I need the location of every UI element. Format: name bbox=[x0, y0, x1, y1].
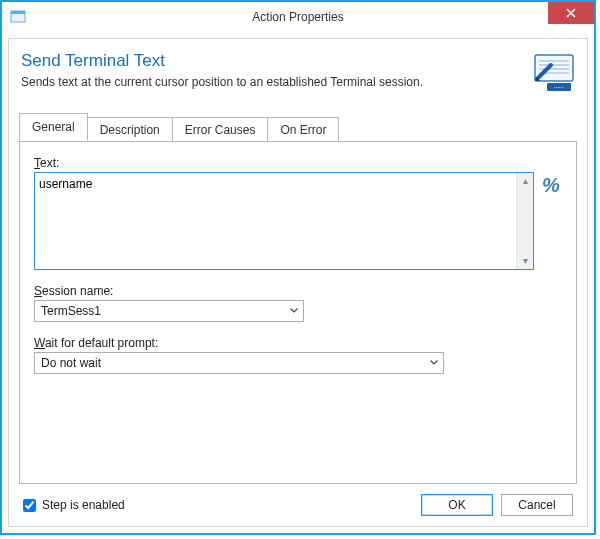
wait-prompt-value: Do not wait bbox=[35, 356, 425, 370]
window-title: Action Properties bbox=[2, 10, 594, 24]
session-name-label: Session name: bbox=[34, 284, 562, 298]
step-enabled-label: Step is enabled bbox=[42, 498, 125, 512]
dialog-window: Action Properties Send Terminal Text Sen… bbox=[0, 0, 596, 535]
ok-button[interactable]: OK bbox=[421, 494, 493, 516]
tab-strip: General Description Error Causes On Erro… bbox=[19, 113, 577, 141]
scroll-down-icon: ▾ bbox=[523, 256, 528, 266]
dialog-body: Send Terminal Text Sends text at the cur… bbox=[8, 38, 588, 527]
text-input-wrapper: ▴ ▾ bbox=[34, 172, 534, 270]
header-title: Send Terminal Text bbox=[21, 51, 525, 71]
header-text: Send Terminal Text Sends text at the cur… bbox=[21, 49, 525, 89]
text-scrollbar[interactable]: ▴ ▾ bbox=[516, 173, 533, 269]
header-description: Sends text at the current cursor positio… bbox=[21, 75, 525, 89]
tab-general[interactable]: General bbox=[19, 113, 88, 141]
step-enabled-checkbox[interactable]: Step is enabled bbox=[23, 498, 125, 512]
dialog-footer: Step is enabled OK Cancel bbox=[19, 484, 577, 518]
tab-on-error[interactable]: On Error bbox=[267, 117, 339, 142]
dialog-header: Send Terminal Text Sends text at the cur… bbox=[19, 43, 577, 105]
app-icon bbox=[10, 9, 26, 25]
svg-text:⋯⋯: ⋯⋯ bbox=[554, 84, 564, 90]
svg-rect-1 bbox=[11, 11, 25, 14]
close-icon bbox=[566, 8, 576, 18]
tab-description[interactable]: Description bbox=[87, 117, 173, 142]
wait-prompt-label: Wait for default prompt: bbox=[34, 336, 562, 350]
terminal-keyboard-icon: ⋯⋯ bbox=[533, 51, 575, 93]
cancel-button[interactable]: Cancel bbox=[501, 494, 573, 516]
session-name-combo[interactable]: TermSess1 bbox=[34, 300, 304, 322]
tab-error-causes[interactable]: Error Causes bbox=[172, 117, 269, 142]
chevron-down-icon bbox=[285, 301, 303, 321]
chevron-down-icon bbox=[425, 353, 443, 373]
text-input[interactable] bbox=[35, 173, 516, 269]
text-label: Text: bbox=[34, 156, 562, 170]
step-enabled-input[interactable] bbox=[23, 499, 36, 512]
close-button[interactable] bbox=[548, 2, 594, 24]
scroll-up-icon: ▴ bbox=[523, 176, 528, 186]
tab-panel-general: Text: ▴ ▾ % Session name: TermSess1 bbox=[19, 141, 577, 484]
session-name-value: TermSess1 bbox=[35, 304, 285, 318]
insert-variable-button[interactable]: % bbox=[540, 174, 562, 197]
wait-prompt-combo[interactable]: Do not wait bbox=[34, 352, 444, 374]
title-bar: Action Properties bbox=[2, 2, 594, 32]
